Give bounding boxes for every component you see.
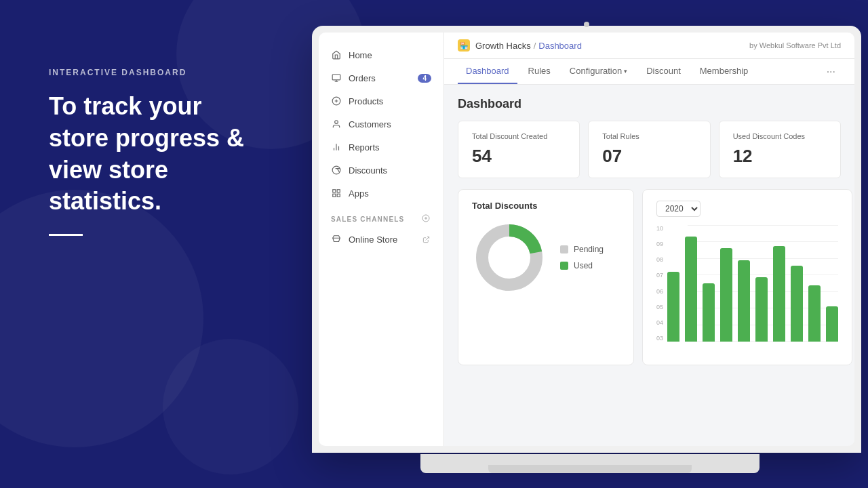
- left-panel-main-text: To track your store progress & view stor…: [49, 91, 266, 218]
- stat-value-used-codes: 12: [733, 146, 827, 167]
- donut-svg: [472, 220, 547, 295]
- tab-dashboard[interactable]: Dashboard: [458, 59, 517, 84]
- svg-rect-14: [333, 194, 336, 197]
- left-panel-subtitle: INTERACTIVE DASHBOARD: [49, 68, 266, 77]
- sidebar-item-apps-label: Apps: [349, 188, 369, 199]
- bar-jul: [773, 246, 785, 342]
- charts-row: Total Discounts: [458, 189, 841, 365]
- nav-tabs: Dashboard Rules Configuration ▾ Discount…: [444, 59, 854, 85]
- sidebar-item-customers[interactable]: Customers: [319, 113, 443, 136]
- year-select[interactable]: 2020 2019 2021 2018: [656, 201, 701, 217]
- breadcrumb-app: Growth Hacks: [475, 41, 531, 51]
- device-base-notch: [488, 465, 692, 473]
- y-label-07: 07: [656, 272, 663, 279]
- svg-rect-13: [337, 194, 340, 197]
- y-label-09: 09: [656, 241, 663, 247]
- svg-rect-12: [337, 190, 340, 192]
- dashboard-title: Dashboard: [458, 97, 841, 111]
- products-icon: [331, 96, 342, 106]
- svg-line-18: [425, 237, 429, 240]
- donut-svg-wrapper: [472, 220, 547, 295]
- bar-col: [703, 225, 715, 342]
- y-label-10: 10: [656, 225, 663, 232]
- breadcrumb: 🏪 Growth Hacks / Dashboard: [458, 39, 582, 52]
- customers-icon: [331, 119, 342, 129]
- sidebar-item-products[interactable]: Products: [319, 89, 443, 113]
- tab-membership[interactable]: Membership: [692, 59, 757, 84]
- sidebar-item-discounts[interactable]: Discounts: [319, 159, 443, 182]
- svg-line-9: [337, 169, 339, 173]
- main-content: 🏪 Growth Hacks / Dashboard by Webkul Sof…: [444, 33, 854, 446]
- bar-sep: [808, 285, 821, 342]
- y-label-08: 08: [656, 256, 663, 263]
- breadcrumb-current: Dashboard: [538, 41, 582, 51]
- legend-pending-label: Pending: [574, 245, 604, 254]
- bar-col: [720, 225, 732, 342]
- bar-col: [826, 225, 838, 342]
- stat-card-total-discount: Total Discount Created 54: [458, 121, 580, 178]
- donut-chart-content: Pending Used: [472, 220, 620, 295]
- y-label-06: 06: [656, 288, 663, 295]
- y-label-05: 05: [656, 304, 663, 310]
- bar-col: [755, 225, 768, 342]
- donut-legend: Pending Used: [560, 245, 604, 270]
- external-link-icon: [420, 234, 431, 245]
- tab-discount[interactable]: Discount: [638, 59, 689, 84]
- sidebar-item-home[interactable]: Home: [319, 43, 443, 66]
- orders-icon: [331, 73, 342, 83]
- sales-channels-label: SALES CHANNELS: [331, 216, 404, 223]
- bars-wrapper: [667, 225, 838, 354]
- bars-container: [667, 225, 838, 354]
- stat-label-total-rules: Total Rules: [602, 132, 696, 140]
- y-axis: 10 09 08 07 06 05 04 03: [656, 225, 663, 354]
- tab-configuration[interactable]: Configuration ▾: [561, 59, 635, 84]
- bar-col: [738, 225, 750, 342]
- svg-point-4: [335, 121, 338, 124]
- sales-channels-section: SALES CHANNELS: [319, 205, 443, 228]
- y-label-03: 03: [656, 335, 663, 342]
- device-base: [420, 454, 760, 473]
- tab-configuration-label: Configuration: [570, 66, 622, 76]
- app-icon: 🏪: [458, 39, 470, 52]
- device-screen: Home Orders 4: [319, 33, 854, 446]
- stat-card-total-rules: Total Rules 07: [588, 121, 710, 178]
- bar-mar: [703, 283, 715, 342]
- stat-label-used-codes: Used Discount Codes: [733, 132, 827, 140]
- home-icon: [331, 49, 342, 60]
- bar-col: [667, 225, 679, 342]
- stat-value-total-discount: 54: [472, 146, 566, 167]
- svg-rect-11: [333, 190, 336, 192]
- dashboard-body: Dashboard Total Discount Created 54 Tota…: [444, 85, 854, 446]
- sidebar-item-reports[interactable]: Reports: [319, 136, 443, 159]
- bar-col: [808, 225, 821, 342]
- discounts-icon: [331, 165, 342, 176]
- left-panel-divider: [49, 234, 83, 236]
- tab-rules[interactable]: Rules: [520, 59, 559, 84]
- bar-may: [738, 260, 750, 342]
- device-wrapper: Home Orders 4: [312, 26, 868, 473]
- device-frame: Home Orders 4: [312, 26, 861, 453]
- add-channel-icon[interactable]: [422, 214, 431, 224]
- donut-chart-title: Total Discounts: [472, 201, 620, 211]
- more-options-button[interactable]: ···: [821, 60, 841, 83]
- orders-badge: 4: [418, 74, 431, 83]
- bar-col: [773, 225, 785, 342]
- legend-used: Used: [560, 261, 604, 270]
- stat-label-total-discount: Total Discount Created: [472, 132, 566, 140]
- bar-chart-area: 10 09 08 07 06 05 04 03: [656, 225, 838, 354]
- sidebar-item-online-store[interactable]: Online Store: [319, 228, 443, 251]
- bar-apr: [720, 248, 732, 342]
- left-panel: INTERACTIVE DASHBOARD To track your stor…: [49, 68, 266, 236]
- sidebar-item-reports-label: Reports: [349, 142, 380, 152]
- breadcrumb-separator: /: [534, 41, 536, 51]
- legend-pending-dot: [560, 245, 568, 253]
- store-icon: [331, 234, 342, 245]
- topbar-attribution: by Webkul Software Pvt Ltd: [749, 41, 841, 49]
- sidebar-item-apps[interactable]: Apps: [319, 182, 443, 205]
- stat-value-total-rules: 07: [602, 146, 696, 167]
- stat-card-used-codes: Used Discount Codes 12: [719, 121, 841, 178]
- camera-dot: [584, 22, 589, 27]
- sidebar-item-orders[interactable]: Orders 4: [319, 66, 443, 89]
- svg-rect-0: [332, 75, 340, 80]
- bar-jan: [667, 272, 679, 342]
